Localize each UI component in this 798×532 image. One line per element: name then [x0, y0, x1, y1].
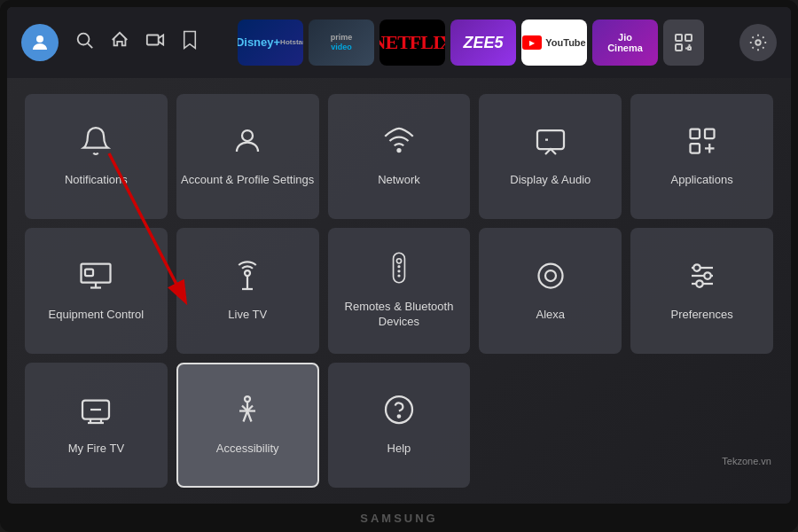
help-icon	[383, 394, 415, 433]
preferences-label: Preferences	[671, 308, 733, 323]
svg-point-40	[696, 280, 703, 287]
youtube-label: YouTube	[545, 37, 585, 48]
svg-rect-7	[688, 47, 691, 50]
display-icon	[535, 125, 567, 164]
settings-grid: Notifications Account & Profile Settings	[7, 78, 791, 504]
applications-label: Applications	[671, 173, 733, 188]
tv-brand-label: SAMSUNG	[7, 504, 791, 532]
disney-hotstar-app[interactable]: Disney+ Hotstar	[238, 20, 303, 66]
svg-rect-5	[685, 35, 692, 41]
svg-rect-24	[85, 269, 93, 276]
remotes-bluetooth-label: Remotes & Bluetooth Devices	[328, 300, 471, 330]
bookmark-icon[interactable]	[181, 30, 199, 55]
svg-rect-13	[537, 130, 564, 149]
bell-icon	[80, 125, 112, 164]
zee5-app[interactable]: ZEE5	[450, 20, 516, 66]
person-icon	[231, 125, 263, 164]
svg-point-25	[245, 270, 250, 276]
monitor-icon	[80, 260, 112, 299]
accessibility-icon	[231, 394, 263, 433]
svg-rect-16	[690, 129, 700, 139]
applications-tile[interactable]: Applications	[630, 94, 773, 219]
svg-rect-18	[690, 144, 700, 153]
svg-point-46	[245, 396, 250, 402]
live-tv-tile[interactable]: Live TV	[176, 228, 319, 353]
fire-tv-icon	[80, 394, 112, 433]
svg-rect-4	[676, 35, 682, 41]
youtube-play-icon: ▶	[522, 35, 542, 50]
apps-icon	[686, 125, 718, 164]
avatar[interactable]	[21, 24, 59, 61]
svg-point-50	[398, 415, 400, 417]
tv-frame: Disney+ Hotstar prime video NETFLIX ZEE5	[0, 0, 798, 532]
samsung-text: SAMSUNG	[360, 512, 437, 525]
equipment-control-tile[interactable]: Equipment Control	[25, 228, 168, 353]
svg-point-12	[397, 149, 400, 152]
account-tile[interactable]: Account & Profile Settings	[176, 94, 319, 219]
sliders-icon	[686, 260, 718, 299]
netflix-app[interactable]: NETFLIX	[379, 20, 445, 66]
display-audio-label: Display & Audio	[510, 173, 591, 188]
svg-point-38	[693, 264, 700, 271]
search-icon[interactable]	[74, 30, 94, 55]
svg-rect-3	[147, 35, 159, 45]
help-label: Help	[387, 442, 411, 457]
svg-rect-17	[705, 129, 715, 139]
svg-line-2	[88, 43, 92, 48]
prime-video-app[interactable]: prime video	[309, 20, 374, 66]
svg-rect-6	[676, 44, 682, 51]
alexa-label: Alexa	[536, 308, 566, 323]
remotes-bluetooth-tile[interactable]: Remotes & Bluetooth Devices	[328, 228, 471, 353]
notifications-tile[interactable]: Notifications	[25, 94, 168, 219]
svg-point-49	[386, 396, 412, 423]
antenna-icon	[231, 260, 263, 299]
network-tile[interactable]: Network	[328, 94, 471, 219]
jiocinema-app[interactable]: JioCinema	[592, 20, 658, 66]
alexa-icon	[535, 260, 567, 299]
notifications-label: Notifications	[65, 173, 128, 188]
home-icon[interactable]	[110, 30, 129, 55]
my-fire-tv-tile[interactable]: My Fire TV	[25, 363, 168, 488]
svg-point-33	[538, 263, 562, 287]
remote-icon	[387, 252, 411, 291]
settings-button[interactable]	[739, 24, 777, 61]
wifi-icon	[383, 125, 415, 164]
watermark: Tekzone.vn	[722, 456, 771, 466]
live-tv-label: Live TV	[228, 308, 267, 323]
recorder-icon[interactable]	[145, 30, 165, 55]
screen: Disney+ Hotstar prime video NETFLIX ZEE5	[7, 7, 791, 504]
account-label: Account & Profile Settings	[181, 173, 314, 188]
help-tile[interactable]: Help	[328, 363, 471, 488]
svg-point-10	[755, 40, 761, 45]
svg-point-1	[78, 34, 90, 45]
accessibility-label: Accessibility	[216, 442, 279, 457]
network-label: Network	[378, 173, 420, 188]
svg-point-39	[704, 272, 711, 279]
preferences-tile[interactable]: Preferences	[630, 228, 773, 353]
accessibility-tile[interactable]: Accessibility	[176, 363, 319, 488]
app-bar: Disney+ Hotstar prime video NETFLIX ZEE5	[216, 20, 725, 66]
alexa-tile[interactable]: Alexa	[479, 228, 622, 353]
youtube-app[interactable]: ▶ YouTube	[521, 20, 587, 66]
more-apps-button[interactable]	[663, 20, 704, 66]
display-audio-tile[interactable]: Display & Audio	[479, 94, 622, 219]
nav-left	[21, 24, 199, 61]
svg-point-34	[545, 270, 556, 281]
svg-point-29	[396, 259, 401, 263]
top-nav: Disney+ Hotstar prime video NETFLIX ZEE5	[7, 7, 791, 78]
equipment-control-label: Equipment Control	[49, 308, 145, 323]
my-fire-tv-label: My Fire TV	[68, 442, 124, 457]
svg-point-11	[242, 130, 253, 141]
svg-point-0	[36, 35, 43, 43]
